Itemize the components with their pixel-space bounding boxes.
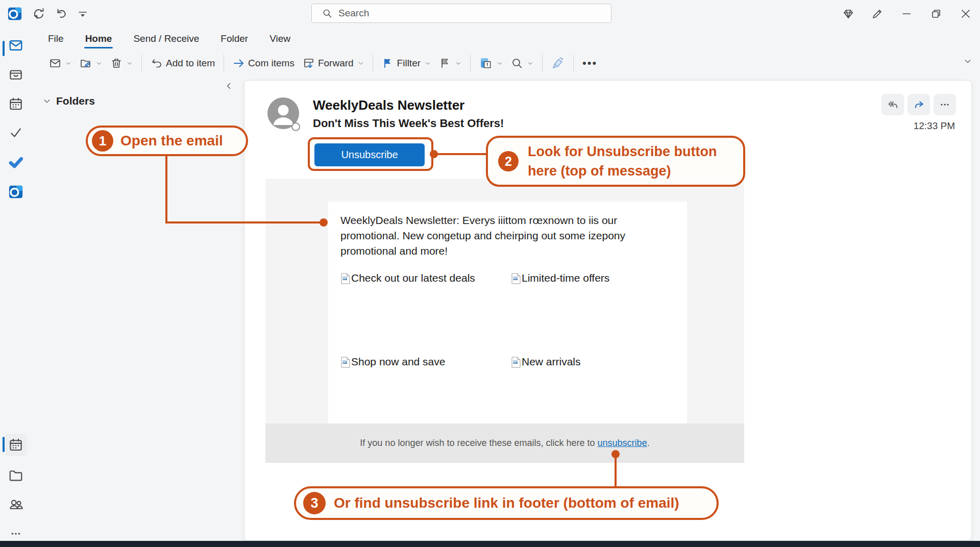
callout-step2-number: 2 — [498, 151, 519, 171]
sync-icon[interactable] — [32, 7, 46, 21]
forward-message-button[interactable] — [908, 94, 930, 115]
search-icon — [322, 8, 332, 18]
add-to-item-button[interactable]: Add to item — [146, 54, 219, 73]
message-actions — [881, 94, 956, 115]
chevron-down-icon — [497, 60, 503, 66]
rail-people-icon[interactable] — [5, 493, 27, 515]
tab-file[interactable]: File — [47, 30, 65, 47]
chevron-down-icon — [43, 97, 51, 105]
callout-step1: 1 Open the email — [86, 126, 248, 156]
edit-pencil-icon[interactable] — [870, 7, 885, 21]
email-footer: If you no longer wish to receive these e… — [265, 424, 744, 463]
folders-header[interactable]: Folders — [43, 95, 95, 107]
broken-image-icon — [340, 357, 351, 368]
close-icon[interactable] — [959, 7, 973, 21]
callout-step1-text: Open the email — [120, 133, 223, 149]
restore-icon[interactable] — [929, 7, 943, 21]
callout2-connector-horizontal — [436, 153, 486, 155]
message-more-button[interactable] — [934, 94, 956, 115]
zoom-button[interactable] — [507, 54, 537, 73]
unsubscribe-link[interactable]: unsubscribe — [598, 438, 647, 448]
callout-step2-text: Look for Unsubscribe button here (top of… — [528, 142, 717, 181]
callout-step3: 3 Or find unsubscribe link in footer (bo… — [294, 486, 719, 520]
tags-button[interactable] — [475, 53, 507, 73]
rail-calendar-icon[interactable] — [5, 93, 27, 115]
ribbon-tabs: File Home Send / Receive Folder View — [47, 28, 291, 50]
rail-todo-icon[interactable] — [5, 151, 27, 173]
broken-image-placeholder: Check out our latest deals — [340, 272, 475, 284]
chevron-down-icon — [425, 60, 431, 66]
ribbon-toolbar: Add to item Com items Forward Fillter — [45, 50, 601, 77]
callout3-connector-dot — [611, 450, 620, 458]
toolbar-divider — [542, 55, 543, 72]
toolbar-divider — [573, 55, 574, 72]
forward-box-icon — [303, 57, 315, 69]
presence-indicator — [291, 122, 300, 131]
rail-outlook-icon[interactable] — [5, 181, 27, 203]
rail-mail-icon[interactable] — [5, 34, 27, 57]
rail-tasks-icon[interactable] — [5, 121, 27, 144]
callout-step1-number: 1 — [92, 130, 113, 152]
delete-icon — [110, 57, 122, 69]
callout1-connector-vertical — [165, 155, 167, 223]
forward-label: Forward — [318, 58, 354, 69]
tab-send-receive[interactable]: Send / Receive — [132, 30, 200, 47]
move-to-button[interactable] — [76, 54, 106, 73]
premium-diamond-icon[interactable] — [841, 7, 855, 21]
search-bar[interactable] — [311, 4, 611, 23]
quick-access-icon[interactable] — [76, 7, 90, 21]
tab-view[interactable]: View — [268, 30, 291, 47]
move-folder-icon — [80, 57, 92, 69]
undo-icon[interactable] — [54, 7, 68, 21]
callout1-connector-horizontal — [165, 221, 322, 223]
callout3-connector-vertical — [615, 456, 617, 487]
add-to-item-label: Add to item — [166, 58, 215, 69]
more-icon: ••• — [582, 57, 597, 70]
tab-folder[interactable]: Folder — [219, 30, 249, 47]
unsubscribe-highlight-box — [308, 137, 433, 171]
broken-image-icon — [511, 357, 521, 368]
footer-text: If you no longer wish to receive these e… — [360, 438, 597, 448]
minimize-icon[interactable] — [899, 7, 914, 21]
broken-image-placeholder: Shop now and save — [340, 356, 445, 368]
broken-image-icon — [511, 273, 521, 284]
flag-blue-icon — [382, 57, 394, 69]
message-time: 12:33 PM — [914, 120, 955, 132]
callout-step2: 2 Look for Unsubscribe button here (top … — [486, 136, 745, 187]
undo-arrow-icon — [151, 57, 163, 69]
email-content: WeeklyDeals Newsletter: Everys iiittom r… — [328, 202, 687, 424]
flag-button[interactable] — [435, 54, 465, 73]
outlook-window: File Home Send / Receive Folder View Add… — [0, 0, 980, 547]
arrow-right-icon — [233, 57, 245, 69]
reply-all-button[interactable] — [881, 94, 904, 115]
filter-label: Fillter — [397, 58, 421, 69]
filter-button[interactable]: Fillter — [378, 54, 435, 73]
broken-image-placeholder: New arrivals — [511, 356, 581, 368]
com-items-label: Com items — [248, 58, 295, 69]
new-mail-button[interactable] — [45, 54, 76, 73]
sender-name: WeeklyDeals Newsletter — [313, 97, 464, 113]
ribbon-collapse-chevron-icon[interactable] — [964, 57, 972, 65]
toolbar-divider — [373, 55, 373, 72]
read-aloud-button[interactable] — [547, 53, 569, 73]
rail-archive-icon[interactable] — [5, 63, 27, 86]
rail-folder-icon[interactable] — [5, 464, 27, 487]
zoom-icon — [511, 57, 523, 69]
chevron-down-icon — [455, 60, 461, 66]
delete-button[interactable] — [106, 54, 137, 73]
search-input[interactable] — [338, 8, 583, 19]
com-items-button[interactable]: Com items — [229, 54, 299, 73]
email-body-region: WeeklyDeals Newsletter: Everys iiittom r… — [265, 179, 744, 463]
forward-button[interactable]: Forward — [299, 54, 368, 73]
toolbar-more-button[interactable]: ••• — [578, 53, 601, 73]
toolbar-divider — [470, 55, 471, 72]
chevron-down-icon — [127, 60, 133, 66]
email-body-text: WeeklyDeals Newsletter: Everys iiittom r… — [340, 213, 625, 259]
chevron-down-icon — [96, 60, 102, 66]
rail-calendar-bottom-icon[interactable] — [5, 434, 27, 456]
toolbar-divider — [141, 55, 142, 72]
collapse-pane-chevron-icon[interactable] — [225, 82, 233, 90]
broken-image-icon — [340, 273, 351, 284]
tab-home[interactable]: Home — [84, 30, 113, 47]
folders-header-label: Folders — [56, 95, 95, 107]
